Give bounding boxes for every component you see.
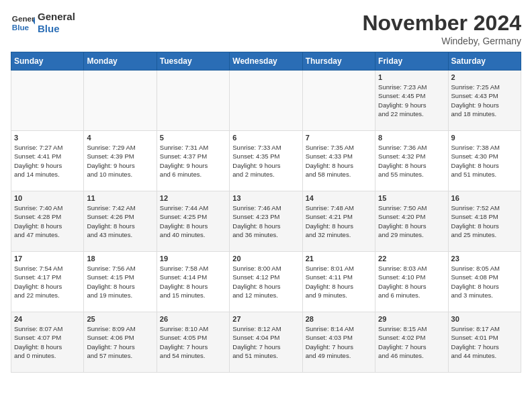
month-title: November 2024 xyxy=(362,11,521,36)
logo-icon: General Blue xyxy=(11,11,35,35)
day-info: Sunrise: 7:27 AMSunset: 4:41 PMDaylight:… xyxy=(14,143,81,179)
day-info: Sunrise: 7:44 AMSunset: 4:25 PMDaylight:… xyxy=(160,203,226,239)
calendar-cell: 25Sunrise: 8:09 AMSunset: 4:06 PMDayligh… xyxy=(84,312,157,373)
calendar-cell: 16Sunrise: 7:52 AMSunset: 4:18 PMDayligh… xyxy=(448,191,521,252)
calendar-cell: 8Sunrise: 7:36 AMSunset: 4:32 PMDaylight… xyxy=(375,131,448,191)
title-section: November 2024 Windeby, Germany xyxy=(362,11,521,46)
day-number: 1 xyxy=(378,73,445,81)
day-number: 29 xyxy=(378,315,445,323)
logo-blue: Blue xyxy=(38,23,75,35)
day-number: 6 xyxy=(232,134,299,142)
day-number: 26 xyxy=(160,315,226,323)
calendar-cell: 30Sunrise: 8:17 AMSunset: 4:01 PMDayligh… xyxy=(448,312,521,373)
weekday-header: Wednesday xyxy=(230,52,302,71)
calendar-cell: 23Sunrise: 8:05 AMSunset: 4:08 PMDayligh… xyxy=(448,252,521,312)
day-number: 16 xyxy=(451,194,518,202)
calendar-cell: 13Sunrise: 7:46 AMSunset: 4:23 PMDayligh… xyxy=(230,191,302,252)
calendar-cell: 4Sunrise: 7:29 AMSunset: 4:39 PMDaylight… xyxy=(84,131,157,191)
calendar-header: SundayMondayTuesdayWednesdayThursdayFrid… xyxy=(11,52,521,71)
calendar-cell: 9Sunrise: 7:38 AMSunset: 4:30 PMDaylight… xyxy=(448,131,521,191)
calendar-cell: 10Sunrise: 7:40 AMSunset: 4:28 PMDayligh… xyxy=(11,191,84,252)
day-info: Sunrise: 7:54 AMSunset: 4:17 PMDaylight:… xyxy=(14,264,81,300)
day-number: 5 xyxy=(160,134,226,142)
day-info: Sunrise: 7:36 AMSunset: 4:32 PMDaylight:… xyxy=(378,143,445,179)
day-info: Sunrise: 7:40 AMSunset: 4:28 PMDaylight:… xyxy=(14,203,81,239)
day-info: Sunrise: 7:33 AMSunset: 4:35 PMDaylight:… xyxy=(232,143,299,179)
calendar-cell: 24Sunrise: 8:07 AMSunset: 4:07 PMDayligh… xyxy=(11,312,84,373)
calendar-week-row: 24Sunrise: 8:07 AMSunset: 4:07 PMDayligh… xyxy=(11,312,521,373)
day-info: Sunrise: 7:31 AMSunset: 4:37 PMDaylight:… xyxy=(160,143,226,179)
calendar-cell: 12Sunrise: 7:44 AMSunset: 4:25 PMDayligh… xyxy=(157,191,229,252)
calendar-cell: 3Sunrise: 7:27 AMSunset: 4:41 PMDaylight… xyxy=(11,131,84,191)
calendar-cell: 6Sunrise: 7:33 AMSunset: 4:35 PMDaylight… xyxy=(230,131,302,191)
logo: General Blue General Blue xyxy=(11,11,75,35)
day-number: 12 xyxy=(160,194,226,202)
day-number: 28 xyxy=(306,315,372,323)
day-info: Sunrise: 8:10 AMSunset: 4:05 PMDaylight:… xyxy=(160,324,226,360)
calendar-week-row: 1Sunrise: 7:23 AMSunset: 4:45 PMDaylight… xyxy=(11,71,521,131)
calendar-cell: 28Sunrise: 8:14 AMSunset: 4:03 PMDayligh… xyxy=(302,312,375,373)
weekday-header: Saturday xyxy=(448,52,521,71)
page-header: General Blue General Blue November 2024 … xyxy=(11,11,521,46)
day-info: Sunrise: 7:50 AMSunset: 4:20 PMDaylight:… xyxy=(378,203,445,239)
day-info: Sunrise: 8:17 AMSunset: 4:01 PMDaylight:… xyxy=(451,324,518,360)
day-number: 4 xyxy=(87,134,153,142)
day-info: Sunrise: 8:07 AMSunset: 4:07 PMDaylight:… xyxy=(14,324,81,360)
header-row: SundayMondayTuesdayWednesdayThursdayFrid… xyxy=(11,52,521,71)
calendar-table: SundayMondayTuesdayWednesdayThursdayFrid… xyxy=(11,52,521,373)
calendar-cell: 19Sunrise: 7:58 AMSunset: 4:14 PMDayligh… xyxy=(157,252,229,312)
calendar-week-row: 3Sunrise: 7:27 AMSunset: 4:41 PMDaylight… xyxy=(11,131,521,191)
calendar-week-row: 10Sunrise: 7:40 AMSunset: 4:28 PMDayligh… xyxy=(11,191,521,252)
day-number: 3 xyxy=(14,134,81,142)
day-number: 23 xyxy=(451,255,518,263)
calendar-cell xyxy=(157,71,229,131)
calendar-week-row: 17Sunrise: 7:54 AMSunset: 4:17 PMDayligh… xyxy=(11,252,521,312)
day-info: Sunrise: 8:05 AMSunset: 4:08 PMDaylight:… xyxy=(451,264,518,300)
day-info: Sunrise: 7:38 AMSunset: 4:30 PMDaylight:… xyxy=(451,143,518,179)
day-number: 21 xyxy=(306,255,372,263)
calendar-cell: 29Sunrise: 8:15 AMSunset: 4:02 PMDayligh… xyxy=(375,312,448,373)
day-info: Sunrise: 8:01 AMSunset: 4:11 PMDaylight:… xyxy=(306,264,372,300)
day-info: Sunrise: 7:58 AMSunset: 4:14 PMDaylight:… xyxy=(160,264,226,300)
calendar-cell: 27Sunrise: 8:12 AMSunset: 4:04 PMDayligh… xyxy=(230,312,302,373)
day-number: 17 xyxy=(14,255,81,263)
day-number: 9 xyxy=(451,134,518,142)
calendar-cell xyxy=(230,71,302,131)
day-info: Sunrise: 8:12 AMSunset: 4:04 PMDaylight:… xyxy=(232,324,299,360)
weekday-header: Friday xyxy=(375,52,448,71)
day-number: 24 xyxy=(14,315,81,323)
day-info: Sunrise: 7:52 AMSunset: 4:18 PMDaylight:… xyxy=(451,203,518,239)
day-number: 20 xyxy=(232,255,299,263)
day-info: Sunrise: 7:46 AMSunset: 4:23 PMDaylight:… xyxy=(232,203,299,239)
day-info: Sunrise: 8:15 AMSunset: 4:02 PMDaylight:… xyxy=(378,324,445,360)
day-number: 15 xyxy=(378,194,445,202)
day-number: 30 xyxy=(451,315,518,323)
weekday-header: Thursday xyxy=(302,52,375,71)
calendar-cell xyxy=(11,71,84,131)
svg-text:Blue: Blue xyxy=(12,23,30,32)
calendar-cell: 2Sunrise: 7:25 AMSunset: 4:43 PMDaylight… xyxy=(448,71,521,131)
calendar-cell: 22Sunrise: 8:03 AMSunset: 4:10 PMDayligh… xyxy=(375,252,448,312)
svg-text:General: General xyxy=(12,14,35,23)
day-info: Sunrise: 7:25 AMSunset: 4:43 PMDaylight:… xyxy=(451,83,518,118)
day-info: Sunrise: 7:42 AMSunset: 4:26 PMDaylight:… xyxy=(87,203,153,239)
weekday-header: Tuesday xyxy=(157,52,229,71)
calendar-cell: 17Sunrise: 7:54 AMSunset: 4:17 PMDayligh… xyxy=(11,252,84,312)
calendar-cell: 7Sunrise: 7:35 AMSunset: 4:33 PMDaylight… xyxy=(302,131,375,191)
calendar-cell xyxy=(84,71,157,131)
day-number: 27 xyxy=(232,315,299,323)
day-info: Sunrise: 7:29 AMSunset: 4:39 PMDaylight:… xyxy=(87,143,153,179)
calendar-cell: 18Sunrise: 7:56 AMSunset: 4:15 PMDayligh… xyxy=(84,252,157,312)
logo-general: General xyxy=(38,11,75,23)
day-number: 18 xyxy=(87,255,153,263)
day-info: Sunrise: 8:14 AMSunset: 4:03 PMDaylight:… xyxy=(306,324,372,360)
day-number: 8 xyxy=(378,134,445,142)
day-number: 22 xyxy=(378,255,445,263)
calendar-cell xyxy=(302,71,375,131)
weekday-header: Sunday xyxy=(11,52,84,71)
calendar-cell: 5Sunrise: 7:31 AMSunset: 4:37 PMDaylight… xyxy=(157,131,229,191)
calendar-cell: 26Sunrise: 8:10 AMSunset: 4:05 PMDayligh… xyxy=(157,312,229,373)
day-info: Sunrise: 7:35 AMSunset: 4:33 PMDaylight:… xyxy=(306,143,372,179)
location: Windeby, Germany xyxy=(362,36,521,46)
day-number: 13 xyxy=(232,194,299,202)
